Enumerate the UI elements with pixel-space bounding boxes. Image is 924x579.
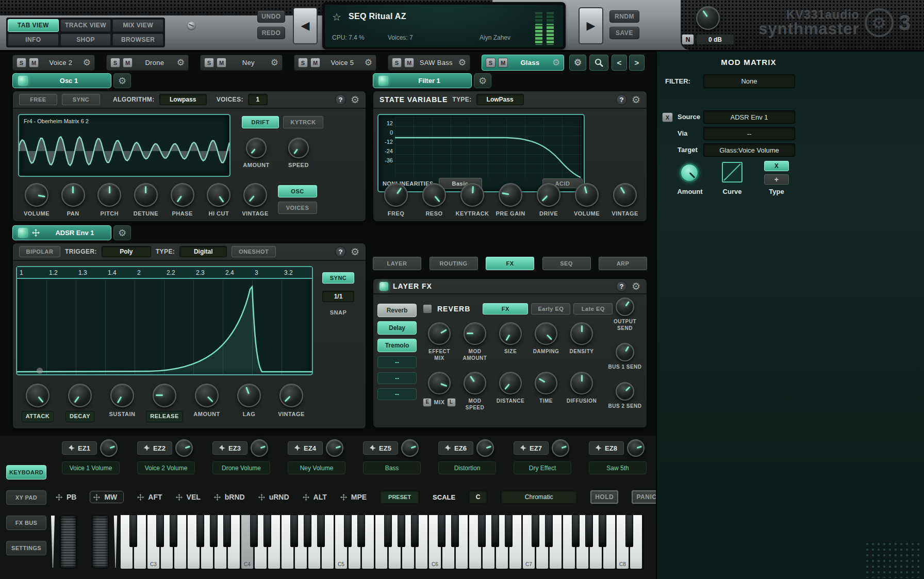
gear-icon[interactable]: ⚙: [351, 94, 359, 106]
section-tab-layer[interactable]: LAYER: [373, 257, 421, 270]
bus-1-send-knob[interactable]: [616, 343, 634, 361]
solo-button[interactable]: S: [486, 58, 496, 68]
mute-button[interactable]: M: [123, 58, 133, 68]
pitch-bend-wheel[interactable]: [59, 515, 77, 569]
mod-speed-knob[interactable]: [464, 372, 486, 394]
amount-knob[interactable]: [195, 384, 219, 407]
piano-key-black[interactable]: [223, 515, 231, 547]
freq-knob[interactable]: [384, 183, 408, 207]
layer-fx-enable-led[interactable]: [380, 282, 388, 291]
view-button-mix-view[interactable]: MIX VIEW: [112, 19, 163, 32]
piano-key-black[interactable]: [317, 515, 325, 547]
master-volume-knob[interactable]: [696, 6, 720, 30]
ez6-knob[interactable]: [476, 439, 494, 457]
ez6-button[interactable]: EZ6: [438, 441, 473, 455]
fx-tab-early-eq[interactable]: Early EQ: [531, 303, 570, 315]
damping-knob[interactable]: [535, 322, 557, 345]
nav-keyboard[interactable]: KEYBOARD: [6, 465, 46, 479]
mod-wheel[interactable]: [91, 515, 109, 569]
track-tab-voice-5[interactable]: SMVoice 5⚙: [294, 55, 376, 71]
scale-value[interactable]: Chromatic: [501, 490, 577, 504]
filter1-settings-button[interactable]: ⚙: [474, 73, 491, 88]
adsr-settings-button[interactable]: ⚙: [113, 225, 131, 240]
filter1-tab[interactable]: Filter 1: [373, 73, 472, 88]
mute-button[interactable]: M: [498, 58, 508, 68]
early-button[interactable]: E: [423, 398, 432, 407]
late-button[interactable]: L: [447, 398, 456, 407]
vintage-knob[interactable]: [243, 183, 267, 207]
osc1-enable-led[interactable]: [18, 76, 28, 86]
envelope-display[interactable]: 11.21.31.422.22.32.433.2: [16, 266, 313, 375]
solo-button[interactable]: S: [110, 58, 120, 68]
bus-2-send-knob[interactable]: [616, 382, 634, 401]
track-tab-saw-bass[interactable]: SMSAW Bass⚙: [388, 55, 470, 71]
nav-settings[interactable]: SETTINGS: [6, 541, 46, 555]
release-knob[interactable]: [153, 384, 176, 407]
ez5-button[interactable]: EZ5: [363, 441, 398, 455]
gear-icon[interactable]: ⚙: [632, 94, 640, 106]
nav-xy-pad[interactable]: XY PAD: [6, 490, 46, 505]
perf-urnd[interactable]: uRND: [258, 493, 289, 501]
save-button[interactable]: SAVE: [609, 27, 639, 39]
phase-knob[interactable]: [171, 183, 194, 207]
piano-key-black[interactable]: [210, 515, 218, 547]
gear-icon[interactable]: ⚙: [83, 58, 91, 67]
piano-key-black[interactable]: [170, 515, 177, 547]
perf-brnd[interactable]: bRND: [214, 493, 245, 501]
layer-gear-button[interactable]: ⚙: [569, 55, 586, 71]
perf-aft[interactable]: AFT: [137, 493, 162, 501]
move-icon[interactable]: [32, 229, 40, 237]
diffusion-knob[interactable]: [570, 372, 593, 394]
section-tab-routing[interactable]: ROUTING: [430, 257, 478, 270]
track-tab-voice-2[interactable]: SMVoice 2⚙: [12, 55, 95, 71]
fx-slot-delay[interactable]: Delay: [377, 321, 417, 335]
decay-knob[interactable]: [68, 384, 92, 407]
mix-knob[interactable]: [428, 372, 451, 394]
ez3-knob[interactable]: [251, 439, 268, 457]
ez8-knob[interactable]: [627, 439, 645, 457]
view-button-track-view[interactable]: TRACK VIEW: [60, 19, 111, 32]
piano-key-black[interactable]: [196, 515, 204, 547]
gear-icon[interactable]: ⚙: [351, 246, 359, 258]
drift-amount-knob[interactable]: [246, 138, 267, 158]
help-icon[interactable]: ?: [335, 246, 346, 257]
ez1-knob[interactable]: [100, 439, 118, 457]
time-knob[interactable]: [535, 372, 557, 394]
envelope-node[interactable]: [37, 368, 43, 374]
mute-button[interactable]: M: [310, 58, 320, 68]
view-button-tab-view[interactable]: TAB VIEW: [8, 19, 59, 32]
size-knob[interactable]: [499, 322, 522, 345]
osc-view-button[interactable]: OSC: [278, 185, 317, 197]
ez2-button[interactable]: EZ2: [137, 441, 172, 455]
lag-knob[interactable]: [237, 384, 261, 407]
view-button-browser[interactable]: BROWSER: [112, 34, 163, 46]
undo-button[interactable]: UNDO: [257, 10, 285, 23]
search-button[interactable]: [589, 55, 608, 71]
pre-gain-knob[interactable]: [499, 183, 522, 207]
effect-mix-knob[interactable]: [428, 322, 451, 345]
section-tab-seq[interactable]: SEQ: [542, 257, 591, 270]
env-type-value[interactable]: Digital: [179, 246, 227, 257]
piano-key-black[interactable]: [344, 515, 352, 547]
sync-button[interactable]: SYNC: [62, 94, 100, 105]
next-layer-button[interactable]: >: [629, 55, 645, 71]
hold-button[interactable]: HOLD: [590, 490, 618, 504]
osc1-settings-button[interactable]: ⚙: [113, 73, 131, 88]
solo-button[interactable]: S: [298, 58, 308, 68]
voices-value[interactable]: 1: [248, 94, 268, 105]
piano-key-black[interactable]: [411, 515, 419, 547]
detune-knob[interactable]: [134, 183, 158, 207]
algorithm-value[interactable]: Lowpass: [159, 94, 207, 105]
mute-button[interactable]: M: [217, 58, 226, 68]
fx-slot-empty-3[interactable]: --: [377, 356, 417, 368]
piano-key-black[interactable]: [585, 515, 593, 547]
piano-key-black[interactable]: [599, 515, 606, 547]
drive-knob[interactable]: [537, 183, 560, 207]
voices-view-button[interactable]: VOICES: [278, 202, 317, 214]
view-button-info[interactable]: INFO: [8, 34, 59, 46]
filter-response-display[interactable]: 120-12-24-36 NONLINEARITIES Basic ACID: [377, 114, 585, 192]
vintage-knob[interactable]: [279, 384, 303, 407]
osc1-tab[interactable]: Osc 1: [12, 73, 111, 88]
piano-key-black[interactable]: [491, 515, 499, 547]
randomize-button[interactable]: RNDM: [609, 10, 639, 23]
